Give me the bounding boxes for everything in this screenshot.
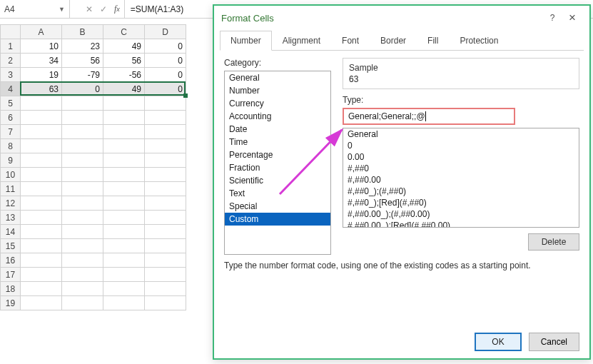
cell[interactable] [21, 96, 62, 111]
row-header[interactable]: 12 [1, 196, 21, 211]
cell[interactable] [103, 96, 145, 111]
column-header[interactable]: B [62, 25, 103, 39]
cell[interactable]: 34 [21, 54, 62, 68]
cell[interactable] [62, 282, 103, 296]
category-item[interactable]: Text [225, 187, 330, 200]
delete-button[interactable]: Delete [528, 233, 579, 251]
cell[interactable] [103, 111, 145, 125]
cell[interactable] [145, 168, 186, 182]
cell[interactable] [145, 296, 186, 310]
type-list-item[interactable]: 0.00 [343, 151, 579, 163]
column-header[interactable]: D [145, 25, 186, 39]
fill-handle[interactable] [183, 93, 188, 98]
category-item[interactable]: Special [225, 200, 330, 213]
tab-fill[interactable]: Fill [417, 31, 449, 51]
column-header[interactable]: A [21, 25, 62, 39]
cell[interactable] [103, 168, 145, 182]
cell[interactable] [145, 139, 186, 153]
row-header[interactable]: 1 [1, 39, 21, 54]
cell[interactable]: 0 [145, 54, 186, 68]
tab-font[interactable]: Font [331, 31, 370, 51]
help-icon[interactable]: ? [542, 13, 562, 23]
row-header[interactable]: 2 [1, 54, 21, 68]
cell[interactable] [103, 239, 145, 253]
cell[interactable] [62, 225, 103, 239]
type-listbox[interactable]: General00.00#,##0#,##0.00#,##0_);(#,##0)… [343, 128, 579, 228]
fx-icon[interactable]: fx [114, 4, 120, 14]
cell[interactable] [145, 268, 186, 282]
cell[interactable]: 0 [145, 68, 186, 82]
cell[interactable] [103, 282, 145, 296]
cell[interactable] [103, 153, 145, 168]
cell[interactable] [21, 296, 62, 310]
cell[interactable] [62, 211, 103, 225]
cell[interactable] [145, 282, 186, 296]
chevron-down-icon[interactable]: ▼ [59, 6, 65, 13]
cell[interactable] [145, 182, 186, 196]
cell[interactable] [21, 282, 62, 296]
cell[interactable] [21, 211, 62, 225]
tab-protection[interactable]: Protection [449, 31, 509, 51]
cell[interactable] [145, 111, 186, 125]
cancel-icon[interactable]: ✕ [86, 4, 93, 14]
row-header[interactable]: 3 [1, 68, 21, 82]
category-item[interactable]: Date [225, 123, 330, 136]
close-icon[interactable]: × [562, 11, 582, 25]
category-item[interactable]: Percentage [225, 148, 330, 161]
cell[interactable] [103, 225, 145, 239]
row-header[interactable]: 5 [1, 96, 21, 111]
cell[interactable] [103, 196, 145, 211]
cell[interactable] [145, 96, 186, 111]
cell[interactable] [21, 125, 62, 139]
cell[interactable] [21, 182, 62, 196]
cell[interactable] [145, 211, 186, 225]
category-item[interactable]: Accounting [225, 110, 330, 123]
cell[interactable] [21, 168, 62, 182]
cell[interactable] [21, 253, 62, 268]
category-item[interactable]: Currency [225, 97, 330, 110]
cell[interactable] [62, 153, 103, 168]
row-header[interactable]: 13 [1, 211, 21, 225]
cell[interactable] [103, 211, 145, 225]
cell[interactable]: 0 [145, 39, 186, 54]
type-list-item[interactable]: #,##0.00_);(#,##0.00) [343, 208, 579, 220]
row-header[interactable]: 18 [1, 282, 21, 296]
cell[interactable] [62, 168, 103, 182]
name-box[interactable]: A4 ▼ [0, 0, 70, 18]
type-list-item[interactable]: #,##0_);(#,##0) [343, 186, 579, 197]
cell[interactable] [62, 139, 103, 153]
cell[interactable]: 56 [103, 54, 145, 68]
cell[interactable] [21, 139, 62, 153]
category-item[interactable]: Fraction [225, 161, 330, 174]
category-listbox[interactable]: GeneralNumberCurrencyAccountingDateTimeP… [224, 71, 331, 255]
row-header[interactable]: 7 [1, 125, 21, 139]
cell[interactable]: -79 [62, 68, 103, 82]
row-header[interactable]: 10 [1, 168, 21, 182]
cell[interactable] [62, 182, 103, 196]
row-header[interactable]: 4 [1, 82, 21, 96]
spreadsheet-grid[interactable]: ABCD1102349023456560319-79-5604630490567… [0, 24, 214, 310]
tab-number[interactable]: Number [220, 31, 272, 51]
row-header[interactable]: 6 [1, 111, 21, 125]
cell[interactable] [103, 182, 145, 196]
type-list-item[interactable]: #,##0.00 [343, 174, 579, 186]
cell[interactable] [62, 196, 103, 211]
cell[interactable]: 0 [145, 82, 186, 96]
cell[interactable]: 49 [103, 39, 145, 54]
cell[interactable]: 23 [62, 39, 103, 54]
row-header[interactable]: 16 [1, 253, 21, 268]
cell[interactable]: 19 [21, 68, 62, 82]
check-icon[interactable]: ✓ [100, 4, 107, 14]
cell[interactable] [145, 196, 186, 211]
cell[interactable] [103, 125, 145, 139]
cancel-button[interactable]: Cancel [529, 333, 579, 351]
cell[interactable] [21, 111, 62, 125]
cell[interactable] [145, 225, 186, 239]
type-input[interactable]: General;General;;@ [343, 108, 515, 125]
cell[interactable] [62, 125, 103, 139]
type-list-item[interactable]: 0 [343, 140, 579, 151]
cell[interactable] [62, 239, 103, 253]
category-item[interactable]: Scientific [225, 174, 330, 187]
category-item[interactable]: Time [225, 136, 330, 148]
select-all-corner[interactable] [1, 25, 21, 39]
